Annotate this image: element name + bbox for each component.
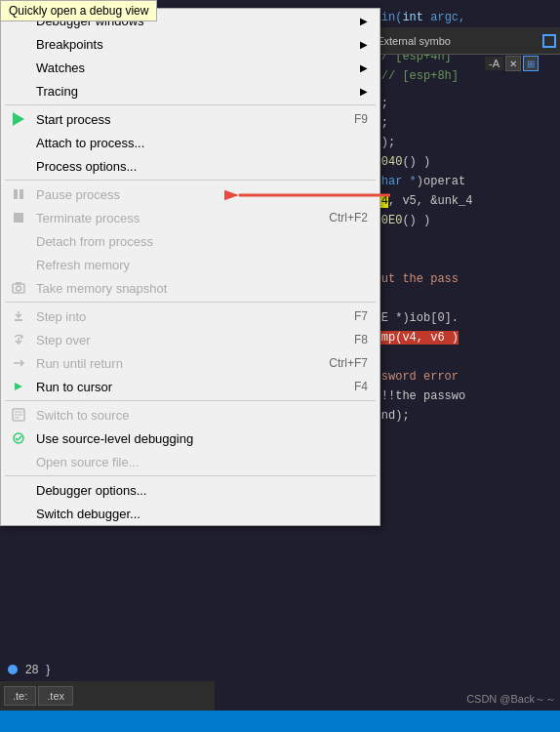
status-bar bbox=[0, 711, 560, 732]
search-filter-btn[interactable]: ⊞ bbox=[523, 56, 539, 71]
menu-item-run-until-return[interactable]: Run until return Ctrl+F7 bbox=[1, 351, 380, 375]
step-over-icon bbox=[9, 330, 28, 349]
menu-item-breakpoints[interactable]: Breakpoints ▶ bbox=[1, 32, 380, 56]
shortcut-label: Ctrl+F7 bbox=[329, 356, 368, 370]
separator-3 bbox=[5, 302, 376, 303]
menu-item-step-over[interactable]: Step over F8 bbox=[1, 328, 380, 351]
menu-item-detach-from-process[interactable]: Detach from process bbox=[1, 229, 380, 253]
menu-item-open-source-file[interactable]: Open source file... bbox=[1, 450, 380, 473]
svg-rect-2 bbox=[14, 213, 23, 223]
stop-icon bbox=[9, 208, 28, 227]
separator-1 bbox=[5, 104, 376, 105]
submenu-arrow-icon: ▶ bbox=[360, 86, 368, 97]
run-cursor-icon bbox=[9, 377, 28, 396]
menu-item-label: Terminate process bbox=[36, 211, 140, 225]
play-icon bbox=[9, 109, 28, 129]
ext-icon-box bbox=[542, 34, 556, 48]
menu-item-label: Process options... bbox=[36, 159, 137, 174]
submenu-arrow-icon: ▶ bbox=[360, 39, 368, 50]
menu-item-label: Refresh memory bbox=[36, 258, 130, 272]
shortcut-label: F7 bbox=[354, 309, 368, 323]
menu-item-debugger-options[interactable]: Debugger options... bbox=[1, 478, 380, 502]
shortcut-label: Ctrl+F2 bbox=[329, 211, 368, 224]
watermark: CSDN @Back～～ bbox=[466, 692, 556, 707]
search-bar: -A ✕ ⊞ bbox=[485, 56, 539, 71]
source-icon bbox=[9, 405, 28, 425]
separator-4 bbox=[5, 400, 376, 401]
svg-rect-6 bbox=[15, 319, 22, 321]
tooltip-text: Quickly open a debug view bbox=[9, 4, 148, 18]
menu-item-label: Tracing bbox=[36, 84, 78, 99]
menu-item-attach-to-process[interactable]: Attach to process... bbox=[1, 131, 380, 154]
source-level-icon bbox=[9, 428, 28, 448]
menu-item-run-to-cursor[interactable]: Run to cursor F4 bbox=[1, 375, 380, 398]
menu-item-label: Detach from process bbox=[36, 234, 153, 249]
menu-item-label: Switch debugger... bbox=[36, 507, 140, 521]
snapshot-icon bbox=[9, 278, 28, 298]
menu-item-label: Attach to process... bbox=[36, 136, 144, 150]
menu-item-label: Run to cursor bbox=[36, 380, 112, 394]
file-tab-label: .te: bbox=[13, 690, 27, 702]
separator-2 bbox=[5, 180, 376, 181]
search-label: -A bbox=[485, 57, 503, 70]
shortcut-label: F4 bbox=[354, 380, 368, 393]
svg-point-4 bbox=[17, 286, 21, 291]
menu-item-refresh-memory[interactable]: Refresh memory bbox=[1, 253, 380, 276]
line-indicator: 28 } bbox=[0, 658, 224, 681]
menu-item-step-into[interactable]: Step into F7 bbox=[1, 305, 380, 328]
menu-item-label: Step into bbox=[36, 309, 86, 324]
search-close-btn[interactable]: ✕ bbox=[505, 56, 521, 71]
menu-item-switch-to-source[interactable]: Switch to source bbox=[1, 403, 380, 427]
menu-item-label: Step over bbox=[36, 333, 91, 347]
svg-rect-0 bbox=[14, 189, 18, 199]
menu-item-take-memory-snapshot[interactable]: Take memory snapshot bbox=[1, 276, 380, 300]
menu-item-process-options[interactable]: Process options... bbox=[1, 154, 380, 178]
submenu-arrow-icon: ▶ bbox=[360, 16, 368, 26]
ext-symbols-text: External symbo bbox=[377, 35, 451, 47]
menu-item-start-process[interactable]: Start process F9 bbox=[1, 107, 380, 131]
menu-item-use-source-level[interactable]: Use source-level debugging bbox=[1, 427, 380, 450]
shortcut-label: F9 bbox=[354, 112, 368, 126]
line-number: 28 bbox=[25, 663, 38, 676]
context-menu: Debugger windows ▶ Breakpoints ▶ Watches… bbox=[0, 8, 380, 526]
menu-item-label: Switch to source bbox=[36, 408, 129, 423]
svg-rect-5 bbox=[16, 282, 21, 284]
menu-item-tracing[interactable]: Tracing ▶ bbox=[1, 79, 380, 102]
tooltip: Quickly open a debug view bbox=[0, 0, 157, 21]
filter-icon: ⊞ bbox=[527, 59, 535, 69]
menu-item-label: Take memory snapshot bbox=[36, 281, 167, 296]
file-tabs: .te: .tex bbox=[0, 681, 215, 711]
menu-item-label: Watches bbox=[36, 61, 85, 75]
menu-item-label: Pause process bbox=[36, 187, 120, 202]
line-dot bbox=[8, 665, 18, 674]
menu-item-pause-process[interactable]: Pause process bbox=[1, 183, 380, 206]
menu-item-terminate-process[interactable]: Terminate process Ctrl+F2 bbox=[1, 206, 380, 229]
separator-5 bbox=[5, 475, 376, 476]
run-return-icon bbox=[9, 353, 28, 373]
menu-item-watches[interactable]: Watches ▶ bbox=[1, 56, 380, 79]
menu-item-label: Use source-level debugging bbox=[36, 431, 193, 446]
file-tab-2[interactable]: .tex bbox=[38, 686, 73, 706]
shortcut-label: F8 bbox=[354, 333, 368, 346]
pause-icon bbox=[9, 184, 28, 204]
svg-rect-1 bbox=[20, 189, 23, 199]
line-brace: } bbox=[46, 663, 50, 676]
menu-item-label: Open source file... bbox=[36, 455, 140, 469]
menu-item-label: Breakpoints bbox=[36, 37, 103, 52]
file-tab-1[interactable]: .te: bbox=[4, 686, 36, 706]
submenu-arrow-icon: ▶ bbox=[360, 62, 368, 73]
step-into-icon bbox=[9, 306, 28, 326]
menu-item-label: Debugger options... bbox=[36, 483, 146, 498]
menu-item-switch-debugger[interactable]: Switch debugger... bbox=[1, 502, 380, 525]
menu-item-label: Run until return bbox=[36, 356, 123, 371]
menu-item-label: Start process bbox=[36, 112, 111, 127]
close-icon: ✕ bbox=[509, 59, 517, 69]
file-tab-label: .tex bbox=[47, 690, 64, 702]
